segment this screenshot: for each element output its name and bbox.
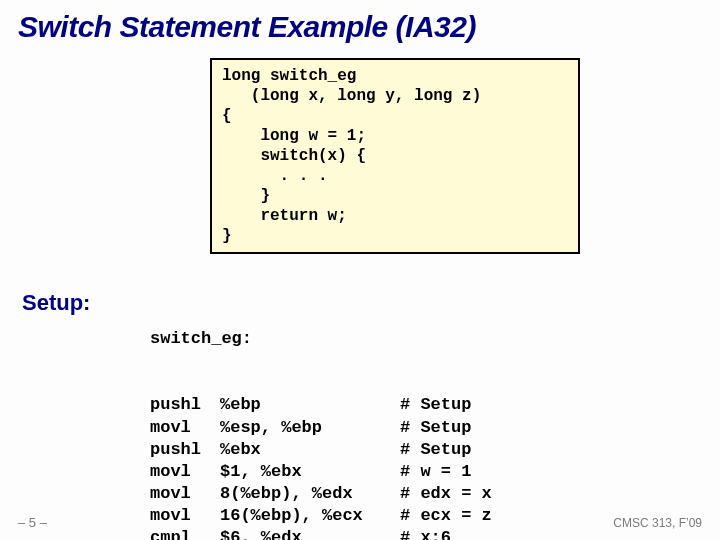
asm-args: %esp, %ebp xyxy=(220,417,400,439)
asm-comment: # w = 1 xyxy=(400,461,600,483)
slide-title: Switch Statement Example (IA32) xyxy=(0,0,720,44)
asm-op: movl xyxy=(150,461,220,483)
asm-row: movl8(%ebp), %edx# edx = x xyxy=(150,483,600,505)
asm-op: movl xyxy=(150,483,220,505)
asm-function-label: switch_eg: xyxy=(150,328,600,350)
asm-args: %ebp xyxy=(220,394,400,416)
asm-args: 16(%ebp), %ecx xyxy=(220,505,400,527)
asm-row: movl%esp, %ebp# Setup xyxy=(150,417,600,439)
asm-row: pushl%ebp# Setup xyxy=(150,394,600,416)
asm-op: movl xyxy=(150,417,220,439)
course-footer: CMSC 313, F’09 xyxy=(613,516,702,530)
asm-row: movl$1, %ebx# w = 1 xyxy=(150,461,600,483)
asm-args: 8(%ebp), %edx xyxy=(220,483,400,505)
asm-comment: # Setup xyxy=(400,439,600,461)
asm-op: cmpl xyxy=(150,527,220,540)
assembly-block: switch_eg: pushl%ebp# Setupmovl%esp, %eb… xyxy=(150,284,600,540)
asm-args: %ebx xyxy=(220,439,400,461)
asm-row: movl16(%ebp), %ecx# ecx = z xyxy=(150,505,600,527)
asm-comment: # ecx = z xyxy=(400,505,600,527)
setup-heading: Setup: xyxy=(22,290,90,316)
asm-comment: # edx = x xyxy=(400,483,600,505)
page-number: – 5 – xyxy=(18,515,47,530)
asm-args: $6, %edx xyxy=(220,527,400,540)
asm-comment: # Setup xyxy=(400,394,600,416)
asm-row: cmpl$6, %edx# x:6 xyxy=(150,527,600,540)
asm-comment: # x:6 xyxy=(400,527,600,540)
c-code-box: long switch_eg (long x, long y, long z) … xyxy=(210,58,580,254)
asm-args: $1, %ebx xyxy=(220,461,400,483)
asm-op: movl xyxy=(150,505,220,527)
asm-row: pushl%ebx# Setup xyxy=(150,439,600,461)
asm-table: pushl%ebp# Setupmovl%esp, %ebp# Setuppus… xyxy=(150,394,600,540)
asm-op: pushl xyxy=(150,439,220,461)
asm-comment: # Setup xyxy=(400,417,600,439)
asm-op: pushl xyxy=(150,394,220,416)
